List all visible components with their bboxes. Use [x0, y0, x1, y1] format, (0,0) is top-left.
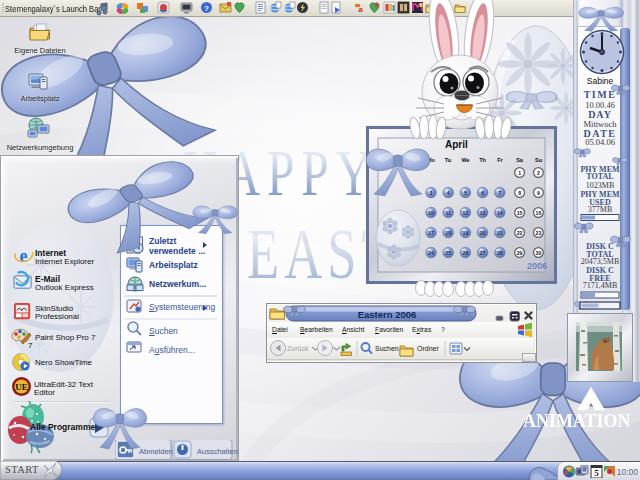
svg-text:5: 5 — [594, 468, 599, 478]
svg-text:?: ? — [204, 4, 209, 13]
svg-text:9: 9 — [537, 190, 540, 196]
svg-text:Su: Su — [535, 157, 542, 163]
svg-text:START: START — [5, 464, 39, 475]
svg-text:UE: UE — [15, 382, 28, 392]
svg-text:Zurück: Zurück — [287, 345, 309, 352]
svg-text:Suchen: Suchen — [375, 345, 399, 352]
svg-text:16: 16 — [536, 210, 542, 216]
svg-text:30: 30 — [536, 250, 542, 256]
svg-text:Ordner: Ordner — [417, 345, 439, 352]
svg-text:2006: 2006 — [527, 261, 547, 271]
svg-text:2: 2 — [537, 170, 540, 176]
svg-text:23: 23 — [536, 230, 542, 236]
